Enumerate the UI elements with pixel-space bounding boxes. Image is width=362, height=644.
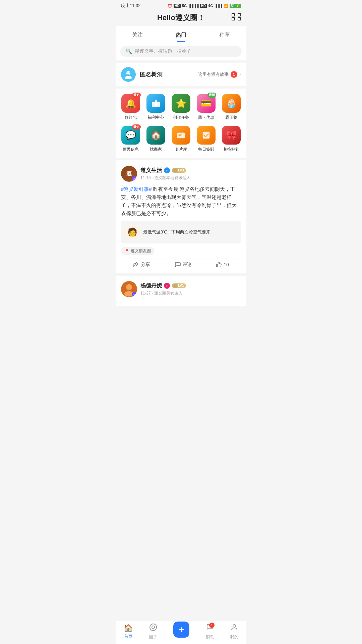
tab-hot[interactable]: 热门 (168, 30, 194, 42)
post-content-1: #遵义新鲜事# 昨夜至今晨 遵义各地多云间阴天，正安、务川、湄潭等地出现大雾天气… (121, 185, 241, 217)
post-card-2: ✓ 杨德丹妮 ♀ LV1 11-27 · 遵义圈美女达人 (116, 276, 246, 306)
post-hashtag-1[interactable]: #遵义新鲜事# (121, 186, 152, 192)
svg-point-15 (174, 169, 177, 172)
svg-point-20 (126, 284, 132, 290)
post-header-2: ✓ 杨德丹妮 ♀ LV1 11-27 · 遵义圈美女达人 (121, 281, 241, 297)
grid-row-1: 最热 🔔 领红包 福利中心 ⭐ 创作任务 最新 (118, 94, 244, 120)
like-count-1: 10 (224, 262, 229, 267)
svg-rect-3 (238, 17, 241, 20)
post-meta-1: 遵义生活 ♂ LV3 11-15 · 遵义圈本地资讯达人 (140, 167, 241, 181)
like-icon (216, 262, 222, 268)
grid-item-merchant[interactable]: 🏠 找商家 (145, 126, 167, 152)
card-icon (172, 126, 190, 145)
svg-rect-1 (238, 13, 241, 16)
post-actions-1: 分享 评论 10 (121, 259, 241, 268)
tab-grass[interactable]: 种草 (211, 30, 238, 42)
svg-point-22 (174, 284, 177, 288)
badge-hot-redpacket: 最热 (132, 93, 141, 98)
svg-rect-2 (232, 17, 235, 20)
comment-button-1[interactable]: 评论 (175, 262, 192, 268)
anonymous-subtitle: 这里有酒有故事 (198, 71, 229, 77)
status-time: 晚上11:32 (121, 3, 141, 9)
location-tag-1[interactable]: 📍 遵义朋友圈 (121, 247, 154, 255)
article-title-1: 最低气温3℃！下周两次冷空气要来 (143, 229, 210, 235)
task-icon: ⭐ (172, 94, 190, 113)
svg-point-7 (129, 72, 130, 73)
level-badge-1: LV3 (172, 168, 186, 172)
svg-rect-12 (179, 134, 182, 135)
level-badge-2: LV1 (172, 283, 186, 288)
svg-point-5 (125, 76, 132, 79)
search-section: 🔍 搜遵义事、搜话题、搜圈子 (116, 42, 246, 60)
status-icons: ⏰ HD 5G ▐▐▐▐ HD 4G ▐▐▐ 📶 51 ⚡ (168, 4, 241, 8)
verified-badge-2: ✓ (132, 292, 137, 297)
post-time-1: 11-15 · 遵义圈本地资讯达人 (140, 175, 241, 181)
anonymous-section[interactable]: 匿名树洞 这里有酒有故事 1 › (116, 63, 246, 86)
svg-rect-10 (155, 100, 157, 106)
comment-label-1: 评论 (182, 262, 192, 268)
post-time-2: 11-27 · 遵义圈美女达人 (140, 290, 241, 296)
gender-icon-1: ♂ (164, 167, 170, 173)
location-text-1: 遵义朋友圈 (131, 248, 151, 254)
article-character-icon: 🧑 (125, 225, 140, 239)
page-title: Hello遵义圈！ (157, 13, 205, 23)
status-bar: 晚上11:32 ⏰ HD 5G ▐▐▐▐ HD 4G ▐▐▐ 📶 51 ⚡ (116, 0, 246, 10)
welfare-label: 福利中心 (148, 115, 164, 120)
anonymous-right: 这里有酒有故事 1 › (198, 71, 241, 78)
share-icon (133, 262, 139, 267)
grid-item-card[interactable]: 名片库 (170, 126, 192, 152)
meal-icon: 🧁 (222, 94, 241, 113)
svg-point-6 (127, 72, 128, 73)
grid-item-meal[interactable]: 🧁 霸王餐 (221, 94, 242, 120)
post-author-row-1: 遵义生活 ♂ LV3 (140, 167, 241, 174)
grid-item-signin[interactable]: 每日签到 (195, 126, 217, 152)
battery-indicator: 51 ⚡ (230, 4, 241, 8)
merchant-label: 找商家 (150, 147, 162, 152)
signin-icon (197, 126, 216, 145)
tab-follow[interactable]: 关注 (124, 30, 151, 42)
post-meta-2: 杨德丹妮 ♀ LV1 11-27 · 遵义圈美女达人 (140, 282, 241, 296)
chevron-right-icon: › (239, 71, 241, 77)
share-label-1: 分享 (141, 262, 150, 268)
svg-rect-18 (217, 264, 218, 267)
post-author-name-2: 杨德丹妮 (140, 282, 162, 289)
gift-label: 兑换好礼 (223, 147, 239, 152)
header: Hello遵义圈！ (116, 10, 246, 26)
location-icon: 📍 (124, 249, 129, 254)
badge-hot-info: 最热 (132, 124, 141, 129)
grid-item-welfare[interactable]: 福利中心 (145, 94, 167, 120)
search-placeholder: 搜遵义事、搜话题、搜圈子 (135, 48, 191, 54)
post-avatar-1[interactable]: 遵 ✓ (121, 166, 137, 182)
blackcard-label: 黑卡优惠 (198, 115, 214, 120)
grid-item-task[interactable]: ⭐ 创作任务 (170, 94, 192, 120)
post-avatar-2[interactable]: ✓ (121, 281, 137, 297)
post-author-name-1: 遵义生活 (140, 167, 162, 174)
feature-grid: 最热 🔔 领红包 福利中心 ⭐ 创作任务 最新 (116, 89, 246, 158)
grid-row-2: 最热 💬 便民信息 🏠 找商家 名片库 (118, 126, 244, 152)
grid-item-gift[interactable]: 🎀 兑换好礼 (221, 126, 242, 152)
verified-badge-1: ✓ (132, 176, 137, 182)
svg-rect-0 (232, 13, 235, 16)
anonymous-title: 匿名树洞 (140, 71, 194, 78)
share-button-1[interactable]: 分享 (133, 262, 150, 268)
svg-text:🧑: 🧑 (127, 227, 137, 237)
info-label: 便民信息 (123, 147, 139, 152)
meal-label: 霸王餐 (225, 115, 237, 120)
grid-item-blackcard[interactable]: 最新 💳 黑卡优惠 (195, 94, 217, 120)
signin-label: 每日签到 (198, 147, 214, 152)
merchant-icon: 🏠 (146, 126, 165, 145)
badge-new-blackcard: 最新 (207, 93, 216, 98)
post-card-1: 遵 ✓ 遵义生活 ♂ LV3 11-15 · 遵义圈本地资讯达人 #遵义新鲜事#… (116, 160, 246, 273)
card-label: 名片库 (175, 147, 187, 152)
welfare-icon (146, 94, 165, 113)
like-button-1[interactable]: 10 (216, 262, 229, 268)
comment-icon (175, 262, 181, 267)
gift-icon: 🎀 (222, 126, 241, 145)
scan-icon[interactable] (232, 13, 241, 22)
anonymous-icon (121, 67, 136, 82)
linked-article-1[interactable]: 🧑 最低气温3℃！下周两次冷空气要来 (121, 221, 241, 244)
grid-item-redpacket[interactable]: 最热 🔔 领红包 (120, 94, 141, 120)
anonymous-badge: 1 (231, 71, 237, 78)
search-bar[interactable]: 🔍 搜遵义事、搜话题、搜圈子 (120, 46, 242, 57)
grid-item-info[interactable]: 最热 💬 便民信息 (120, 126, 141, 152)
